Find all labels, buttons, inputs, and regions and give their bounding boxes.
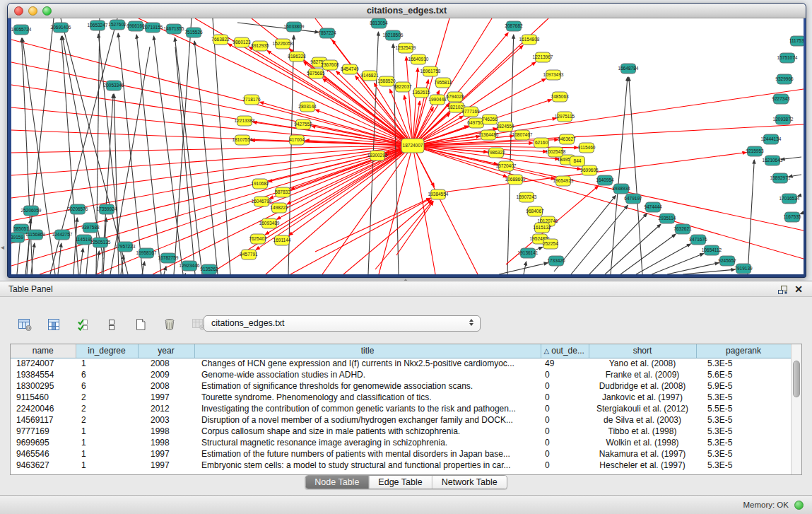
table-row[interactable]: 1872400712008Changes of HCN gene express…: [11, 358, 791, 369]
graph-node[interactable]: 9397588: [81, 223, 100, 233]
cell-pr[interactable]: 5.3E-5: [696, 437, 791, 448]
table-row[interactable]: 946554611997Estimation of the future num…: [11, 448, 791, 460]
cell-year[interactable]: 2012: [138, 403, 194, 414]
graph-node[interactable]: 12093872: [773, 115, 794, 124]
citation-edge-black[interactable]: [17, 238, 20, 274]
cell-indeg[interactable]: 6: [76, 369, 138, 380]
graph-node[interactable]: 1362615: [412, 88, 430, 98]
graph-node[interactable]: 18300295: [367, 151, 388, 160]
graph-node[interactable]: 8912935: [251, 41, 269, 51]
graph-node[interactable]: 1588520: [377, 76, 396, 86]
cell-out[interactable]: 0: [541, 392, 589, 403]
citation-edge-red[interactable]: [315, 198, 430, 252]
graph-node[interactable]: 17016534: [779, 194, 800, 204]
graph-node[interactable]: 9245652: [718, 256, 736, 266]
cell-short[interactable]: Wolkin et al. (1998): [589, 437, 696, 448]
graph-node[interactable]: 6794028: [446, 92, 464, 102]
tab-node-table[interactable]: Node Table: [305, 476, 368, 489]
table-row[interactable]: 969969511998Structural magnetic resonanc…: [11, 437, 791, 448]
tab-network-table[interactable]: Network Table: [432, 476, 507, 489]
graph-node[interactable]: 16093489: [259, 218, 280, 228]
graph-node[interactable]: 9860123: [233, 37, 251, 47]
citation-edge-red[interactable]: [413, 146, 804, 259]
graph-node[interactable]: 7625402: [249, 234, 267, 244]
citation-edge-black[interactable]: [237, 23, 319, 33]
graph-node[interactable]: 9427552: [294, 119, 312, 129]
graph-node[interactable]: 1910682: [251, 179, 269, 189]
cell-year[interactable]: 2009: [138, 369, 194, 380]
row-height-icon[interactable]: [102, 315, 121, 334]
graph-node[interactable]: 10719155: [143, 23, 163, 33]
table-row[interactable]: 1830029562008Estimation of significance …: [11, 380, 791, 392]
cell-out[interactable]: 0: [541, 448, 589, 460]
cell-name[interactable]: 18724007: [11, 358, 76, 369]
cell-title[interactable]: Genome-wide association studies in ADHD.: [194, 369, 541, 380]
cell-name[interactable]: 9777169: [11, 426, 76, 437]
graph-node[interactable]: 11156869: [25, 230, 45, 240]
graph-node[interactable]: 7663822: [211, 35, 230, 45]
graph-node[interactable]: 16782759: [158, 253, 179, 263]
citation-edge-black[interactable]: [629, 77, 642, 274]
table-row[interactable]: 1938455462009Genome-wide association stu…: [11, 369, 791, 380]
cell-short[interactable]: de Silva et al. (2003): [589, 414, 696, 426]
column-header-year[interactable]: year: [138, 344, 194, 358]
cell-title[interactable]: Disruption of a novel member of a sodium…: [194, 414, 541, 426]
graph-node[interactable]: 12975115: [555, 112, 575, 122]
graph-node[interactable]: 18107554: [233, 135, 253, 145]
graph-node[interactable]: 9474444: [644, 202, 662, 212]
graph-node[interactable]: 9115460: [578, 143, 596, 153]
graph-node[interactable]: 15751074: [777, 53, 798, 63]
cell-short[interactable]: Franke et al. (2009): [589, 369, 696, 380]
cell-year[interactable]: 1998: [138, 437, 194, 448]
cell-title[interactable]: Structural magnetic resonance image aver…: [194, 437, 541, 448]
graph-node[interactable]: 10654112: [702, 245, 722, 255]
graph-node[interactable]: 746266: [482, 115, 498, 124]
graph-node[interactable]: 12213383: [235, 116, 255, 126]
citation-edge-black[interactable]: [789, 175, 801, 177]
graph-node[interactable]: 5875685: [307, 69, 325, 78]
graph-node[interactable]: 9146821: [360, 71, 379, 81]
cell-pr[interactable]: 5.9E-5: [696, 380, 791, 392]
cell-title[interactable]: Tourette syndrome. Phenomenology and cla…: [194, 392, 541, 403]
citation-edge-red[interactable]: [277, 146, 413, 219]
graph-node[interactable]: 14671355: [164, 24, 184, 34]
cell-year[interactable]: 1997: [138, 448, 194, 460]
cell-out[interactable]: 0: [541, 426, 589, 437]
cell-out[interactable]: 0: [541, 380, 589, 392]
graph-node[interactable]: 17359924: [97, 204, 117, 214]
table-row[interactable]: 911546021997Tourette syndrome. Phenomeno…: [11, 392, 791, 403]
graph-node[interactable]: 9463627: [558, 134, 576, 144]
graph-node[interactable]: 2803144: [298, 102, 317, 112]
graph-node[interactable]: 25206059: [21, 206, 42, 216]
network-graph[interactable]: 1405572420691406106532471527602696616010…: [11, 18, 804, 274]
table-row[interactable]: 2242004622012Investigating the contribut…: [11, 403, 791, 414]
citation-edge-black[interactable]: [175, 47, 195, 274]
graph-node[interactable]: 2718176: [242, 95, 261, 105]
column-header-out_de[interactable]: △out_de...: [541, 344, 589, 358]
citation-edge-red[interactable]: [396, 201, 433, 255]
graph-node[interactable]: 9684067: [526, 206, 544, 216]
citation-edge-red[interactable]: [287, 146, 413, 204]
cell-title[interactable]: Corpus callosum shape and size in male p…: [194, 426, 541, 437]
close-panel-icon[interactable]: ✕: [794, 283, 803, 296]
cell-pr[interactable]: 5.3E-5: [696, 414, 791, 426]
cell-pr[interactable]: 5.3E-5: [696, 448, 791, 460]
float-panel-icon[interactable]: [777, 285, 788, 298]
graph-node[interactable]: 8186328: [288, 52, 306, 62]
close-window-button[interactable]: [14, 6, 23, 16]
citation-edge-red[interactable]: [11, 146, 413, 153]
citation-edge-black[interactable]: [683, 269, 735, 274]
graph-node[interactable]: 7515526: [184, 28, 203, 37]
graph-node[interactable]: 12442757: [52, 230, 73, 240]
cell-year[interactable]: 1997: [138, 460, 194, 471]
cell-name[interactable]: 9465546: [11, 448, 76, 460]
citation-edge-red[interactable]: [413, 146, 435, 274]
graph-node[interactable]: 62160: [534, 138, 549, 148]
graph-node[interactable]: 844: [570, 156, 585, 166]
graph-node[interactable]: 16961758: [420, 66, 441, 76]
graph-node[interactable]: 252254: [543, 239, 558, 249]
cell-short[interactable]: Stergiakouli et al. (2012): [589, 403, 696, 414]
cell-indeg[interactable]: 1: [76, 448, 138, 460]
graph-node[interactable]: 1691144: [273, 235, 291, 245]
graph-node[interactable]: 9699695: [580, 165, 599, 175]
